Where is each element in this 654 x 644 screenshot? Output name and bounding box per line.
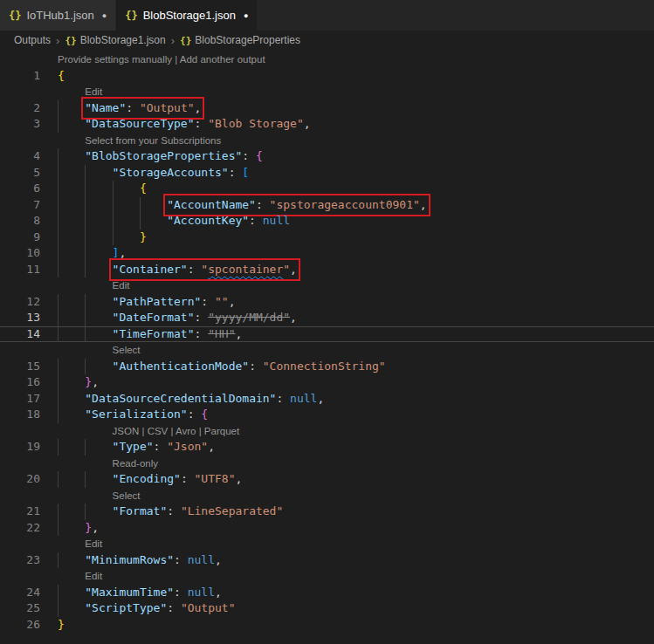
- codelens-link[interactable]: Select from your Subscriptions: [58, 133, 221, 149]
- code-line[interactable]: 7"AccountName": "spstorageaccount0901",: [0, 197, 654, 214]
- code-text: "PathPattern": "",: [113, 294, 236, 311]
- code-line[interactable]: 1{: [0, 68, 654, 85]
- breadcrumb-item-property[interactable]: {} BlobStorageProperties: [180, 34, 300, 46]
- code-line[interactable]: 2"Name": "Output",: [0, 100, 654, 117]
- token-str: "Json": [167, 440, 208, 453]
- indent-guide: [85, 294, 112, 311]
- json-object-icon: {}: [180, 35, 191, 46]
- token-str: ": [201, 263, 208, 276]
- code-line[interactable]: 23"MinimumRows": null,: [0, 552, 654, 569]
- code-line[interactable]: 26}: [0, 617, 654, 634]
- code-line[interactable]: 22},: [0, 520, 654, 537]
- tab-blobstorage1-json[interactable]: {} BlobStorage1.json ●: [116, 0, 258, 31]
- token-key: "ScriptType": [85, 601, 167, 614]
- token-key: "DataSourceType": [85, 117, 194, 130]
- code-content: "PathPattern": "",: [40, 294, 235, 311]
- codelens-link[interactable]: Select: [58, 342, 141, 359]
- code-line[interactable]: 6{: [0, 181, 654, 197]
- codelens-link[interactable]: JSON | CSV | Avro | Parquet: [58, 423, 239, 440]
- codelens-row[interactable]: Edit: [0, 84, 654, 100]
- breadcrumb-item-file[interactable]: {} BlobStorage1.json: [65, 34, 165, 46]
- tab-iothub1-json[interactable]: {} IoTHub1.json ●: [0, 0, 116, 31]
- indent-guide: [58, 374, 85, 391]
- codelens-row[interactable]: Select: [0, 488, 654, 504]
- code-text: "AccountKey": null: [167, 213, 290, 230]
- token-key: "Encoding": [113, 472, 181, 485]
- tab-label: IoTHub1.json: [26, 9, 93, 22]
- code-line[interactable]: 21"Format": "LineSeparated": [0, 504, 654, 520]
- modified-dot-icon[interactable]: ●: [102, 11, 107, 20]
- codelens-row[interactable]: Select: [0, 342, 654, 359]
- modified-dot-icon[interactable]: ●: [244, 11, 248, 20]
- codelens-link[interactable]: Read-only: [58, 456, 158, 472]
- token-key: "Name": [85, 101, 126, 114]
- token-strike: "yyyy/MM/dd": [208, 311, 290, 324]
- indent-guide: [58, 262, 85, 278]
- codelens-link[interactable]: Select: [58, 488, 141, 504]
- code-line[interactable]: 12"PathPattern": "",: [0, 294, 654, 311]
- json-file-icon: {}: [9, 10, 21, 22]
- code-line[interactable]: 3"DataSourceType": "Blob Storage",: [0, 116, 654, 133]
- breadcrumb-item-outputs[interactable]: Outputs: [14, 34, 51, 46]
- line-number: 17: [0, 391, 40, 408]
- codelens-link[interactable]: Edit: [58, 536, 102, 552]
- codelens-row[interactable]: Edit: [0, 568, 654, 585]
- indent-guide: [58, 407, 85, 423]
- code-text: "DateFormat": "yyyy/MM/dd",: [113, 310, 297, 326]
- code-line[interactable]: 25"ScriptType": "Output": [0, 600, 654, 617]
- token-punct: :: [242, 149, 256, 162]
- code-line[interactable]: 20"Encoding": "UTF8",: [0, 471, 654, 488]
- editor[interactable]: Provide settings manually | Add another …: [0, 50, 654, 644]
- codelens-row[interactable]: Read-only: [0, 456, 654, 472]
- json-file-icon: {}: [125, 10, 137, 22]
- code-line[interactable]: 14"TimeFormat": "HH",: [0, 326, 654, 343]
- codelens-row[interactable]: Provide settings manually | Add another …: [0, 51, 654, 68]
- line-number: [0, 536, 40, 552]
- codelens-link[interactable]: Provide settings manually | Add another …: [58, 51, 265, 68]
- codelens-link[interactable]: Edit: [58, 568, 102, 585]
- token-punct: :: [188, 263, 202, 276]
- line-number: 20: [0, 471, 40, 488]
- token-kw: null: [263, 214, 290, 227]
- codelens-row[interactable]: Edit: [0, 536, 654, 552]
- code-line[interactable]: 19"Type": "Json",: [0, 439, 654, 456]
- code-line[interactable]: 18"Serialization": {: [0, 407, 654, 423]
- indent-guide: [85, 230, 112, 246]
- line-number: [0, 84, 40, 100]
- code-line[interactable]: 5"StorageAccounts": [: [0, 165, 654, 182]
- codelens-content: Provide settings manually | Add another …: [40, 51, 265, 68]
- code-content: "DataSourceType": "Blob Storage",: [40, 116, 311, 133]
- codelens-row[interactable]: Select from your Subscriptions: [0, 133, 654, 149]
- code-text: "Encoding": "UTF8",: [113, 471, 243, 488]
- codelens-row[interactable]: JSON | CSV | Avro | Parquet: [0, 423, 654, 440]
- token-punct: ,: [92, 375, 99, 388]
- token-punct: :: [249, 214, 263, 227]
- code-line[interactable]: 10],: [0, 245, 654, 262]
- code-line[interactable]: 8"AccountKey": null: [0, 213, 654, 230]
- line-number: 3: [0, 116, 40, 133]
- breadcrumb: Outputs › {} BlobStorage1.json › {} Blob…: [0, 31, 654, 50]
- indent-guide: [140, 197, 167, 214]
- token-punct: ,: [208, 440, 215, 453]
- code-text: {: [58, 68, 65, 85]
- code-line[interactable]: 11"Container": "spcontainer",: [0, 262, 654, 278]
- code-line[interactable]: 17"DataSourceCredentialDomain": null,: [0, 391, 654, 408]
- codelens-link[interactable]: Edit: [58, 277, 129, 294]
- codelens-link[interactable]: Edit: [58, 84, 102, 100]
- line-number: 14: [0, 326, 40, 343]
- chevron-right-icon: ›: [56, 34, 59, 47]
- code-line[interactable]: 16},: [0, 374, 654, 391]
- code-text: "DataSourceType": "Blob Storage",: [85, 116, 310, 133]
- codelens-row[interactable]: Edit: [0, 277, 654, 294]
- code-line[interactable]: 4"BlobStorageProperties": {: [0, 148, 654, 165]
- code-text: },: [85, 520, 99, 537]
- code-text: "MaximumTime": null,: [85, 585, 222, 601]
- code-content: "AuthenticationMode": "ConnectionString": [40, 359, 386, 375]
- token-punct: :: [195, 311, 209, 324]
- code-line[interactable]: 24"MaximumTime": null,: [0, 585, 654, 601]
- token-punct: :: [249, 360, 263, 373]
- indent-guide: [85, 165, 112, 182]
- code-line[interactable]: 13"DateFormat": "yyyy/MM/dd",: [0, 310, 654, 326]
- code-line[interactable]: 9}: [0, 230, 654, 246]
- code-line[interactable]: 15"AuthenticationMode": "ConnectionStrin…: [0, 359, 654, 375]
